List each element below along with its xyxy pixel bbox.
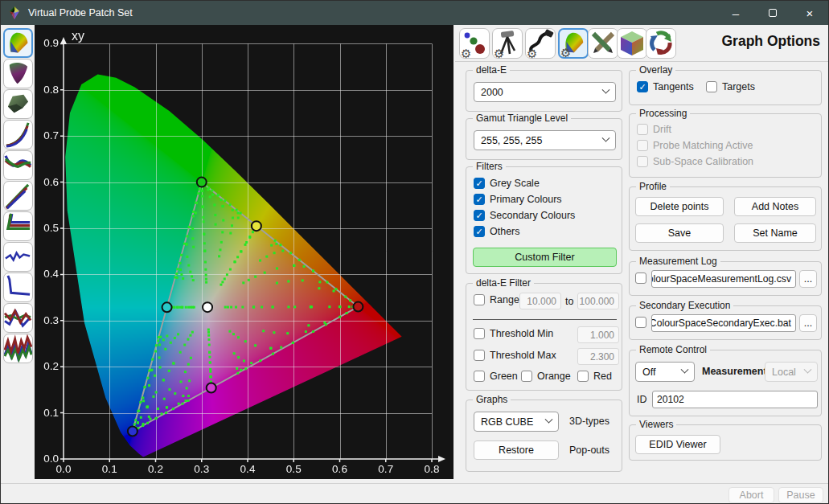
divider <box>473 319 617 320</box>
gear-icon: ⚙ <box>527 47 537 59</box>
checkbox-icon <box>474 328 485 339</box>
measurement-log-browse-button[interactable]: ... <box>799 270 817 288</box>
checkbox-icon <box>474 350 485 361</box>
measurement-label: Measurement <box>702 366 767 377</box>
chevron-down-icon <box>804 366 812 374</box>
gear-icon: ⚙ <box>560 47 571 59</box>
orange-checkbox[interactable]: Orange <box>521 371 571 382</box>
checkbox-icon: ✓ <box>637 81 648 92</box>
secondary-execution-browse-button[interactable]: ... <box>799 314 817 332</box>
group-title: Measurement Log <box>636 256 720 267</box>
filter-others[interactable]: ✓ Others <box>474 226 520 237</box>
threshold-max-field[interactable]: 2.300 <box>577 348 619 365</box>
gamut-level-dropdown[interactable]: 255, 255, 255 <box>474 130 616 150</box>
sidebar-item-gamma-curves[interactable] <box>3 120 33 150</box>
maximize-button[interactable] <box>754 1 791 25</box>
sidebar-item-rgb-error[interactable] <box>3 303 33 333</box>
sub-space-calibration-checkbox: Sub-Space Calibration <box>637 156 753 167</box>
add-notes-button[interactable]: Add Notes <box>734 197 816 216</box>
id-field[interactable]: 20102 <box>652 391 818 408</box>
measurement-log-path-field[interactable]: ColourSpaceMeasurementLog.csv <box>651 270 796 288</box>
sidebar-item-rgb-balance[interactable] <box>3 150 33 180</box>
probe-button[interactable]: ⚙ <box>492 28 523 59</box>
edid-viewer-button[interactable]: EDID Viewer <box>635 435 720 454</box>
filter-primary-colours[interactable]: ✓ Primary Colours <box>474 194 562 205</box>
sidebar-item-rgb-step[interactable] <box>3 211 33 241</box>
checkbox-icon <box>637 140 648 151</box>
save-button[interactable]: Save <box>635 223 724 243</box>
secondary-execution-path-field[interactable]: p\ColourSpaceSecondaryExec.bat <box>651 314 796 332</box>
panel-toolbar: ⚙ ⚙ ⚙ <box>455 25 829 62</box>
chevron-down-icon <box>545 416 553 424</box>
sidebar-item-rgb-noise[interactable] <box>3 334 33 363</box>
filters-group: Filters ✓ Grey Scale ✓ Primary Colours ✓… <box>466 166 622 274</box>
group-title: Profile <box>636 181 670 192</box>
pop-outs-label: Pop-outs <box>569 445 609 456</box>
connection-button[interactable]: ⚙ <box>525 28 556 59</box>
refresh-cycle-icon <box>646 29 675 58</box>
sidebar-item-cie-xy[interactable] <box>3 28 33 58</box>
checkbox-icon <box>635 317 646 328</box>
targets-checkbox[interactable]: Targets <box>706 81 755 92</box>
to-label: to <box>565 296 573 307</box>
app-window: Virtual Probe Patch Set – × <box>0 0 829 504</box>
maximize-icon <box>769 9 777 17</box>
window-title: Virtual Probe Patch Set <box>28 7 717 18</box>
range-from-field[interactable]: 10.000 <box>519 293 561 309</box>
graph-sidebar <box>1 25 35 483</box>
green-checkbox[interactable]: Green <box>474 371 518 382</box>
graph-options-button[interactable]: ⚙ <box>558 28 589 59</box>
sidebar-item-gamut-3d[interactable] <box>3 59 33 88</box>
threshold-min-field[interactable]: 1.000 <box>577 326 619 343</box>
checkbox-icon <box>635 272 646 284</box>
remote-control-group: Remote Control Off Measurement Local ID … <box>629 350 822 416</box>
edit-tools-button[interactable] <box>588 28 618 59</box>
range-to-field[interactable]: 100.000 <box>577 293 619 309</box>
3d-types-label: 3D-types <box>569 416 609 427</box>
status-bar: Abort Pause <box>1 483 828 504</box>
group-title: Graphs <box>473 394 511 405</box>
gamma-curves-icon <box>4 121 32 149</box>
delta-e-dropdown[interactable]: 2000 <box>474 82 616 102</box>
title-bar: Virtual Probe Patch Set – × <box>1 1 828 25</box>
sidebar-item-luminance-trend[interactable] <box>3 272 33 302</box>
sidebar-item-surface-3d[interactable] <box>3 89 33 119</box>
measurement-log-group: Measurement Log ColourSpaceMeasurementLo… <box>629 261 822 296</box>
colour-cube-button[interactable] <box>617 28 647 59</box>
colour-cube-icon <box>618 29 646 58</box>
graphs-3d-dropdown[interactable]: RGB CUBE <box>474 412 559 432</box>
close-button[interactable]: × <box>791 1 828 25</box>
gamut-level-group: Gamut Triangle Level 255, 255, 255 <box>466 118 622 160</box>
checkbox-icon <box>474 294 485 305</box>
restore-button[interactable]: Restore <box>474 440 559 460</box>
cie-chart-area[interactable] <box>35 25 453 479</box>
delete-points-button[interactable]: Delete points <box>635 197 724 216</box>
range-checkbox[interactable]: Range <box>474 294 519 305</box>
abort-button[interactable]: Abort <box>728 487 774 503</box>
threshold-max-checkbox[interactable]: Threshold Max <box>474 350 556 361</box>
sidebar-item-rgb-linearity[interactable] <box>3 181 33 211</box>
graphs-group: Graphs RGB CUBE 3D-types Restore Pop-out… <box>466 400 622 472</box>
checkbox-icon <box>474 371 485 382</box>
secondary-execution-checkbox[interactable] <box>635 317 646 328</box>
measurement-log-checkbox[interactable] <box>635 272 646 284</box>
options-panel: ⚙ ⚙ ⚙ <box>455 25 829 483</box>
refresh-cycle-button[interactable] <box>646 28 676 59</box>
minimize-button[interactable]: – <box>717 1 754 25</box>
group-title: Remote Control <box>636 344 710 355</box>
custom-filter-button[interactable]: Custom Filter <box>473 248 617 267</box>
cie-chart-canvas[interactable] <box>35 25 453 479</box>
processing-group: Processing Drift Probe Matching Active S… <box>629 113 822 178</box>
remote-control-mode-dropdown[interactable]: Off <box>635 362 695 382</box>
patch-set-button[interactable]: ⚙ <box>459 28 490 59</box>
tangents-checkbox[interactable]: ✓ Tangents <box>637 81 694 92</box>
set-name-button[interactable]: Set Name <box>734 223 816 243</box>
checkbox-icon <box>577 371 589 382</box>
filter-grey-scale[interactable]: ✓ Grey Scale <box>474 178 540 189</box>
checkbox-icon: ✓ <box>474 194 485 205</box>
sidebar-item-delta-e-trend[interactable] <box>3 242 33 272</box>
pause-button[interactable]: Pause <box>778 487 823 503</box>
filter-secondary-colours[interactable]: ✓ Secondary Colours <box>474 210 575 221</box>
red-checkbox[interactable]: Red <box>577 371 612 382</box>
threshold-min-checkbox[interactable]: Threshold Min <box>474 328 553 339</box>
